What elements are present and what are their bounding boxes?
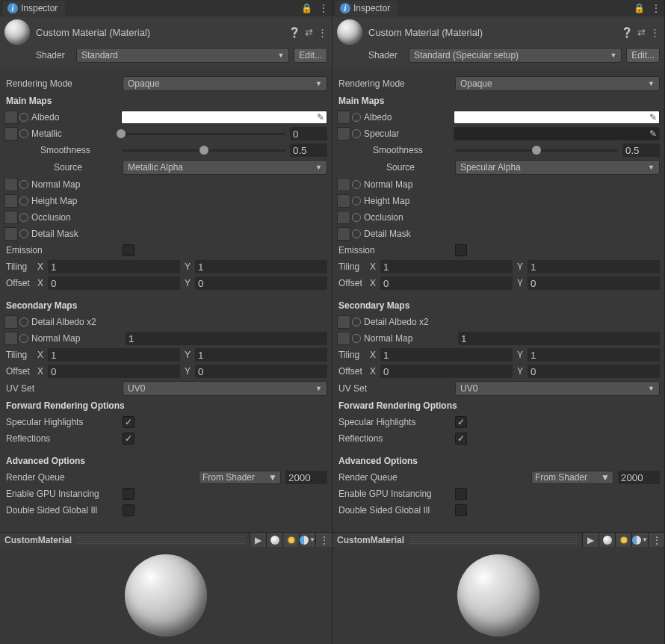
sec-offset-x-input[interactable]	[48, 365, 180, 378]
preview-play-button[interactable]: ▶	[582, 533, 598, 548]
rendering-mode-dropdown[interactable]: Opaque▼	[455, 76, 660, 91]
workflow-radio[interactable]	[19, 129, 28, 138]
smoothness-source-dropdown[interactable]: Metallic Alpha▼	[123, 160, 327, 175]
sec-offset-y-input[interactable]	[528, 365, 660, 378]
preview-menu-button[interactable]: ⋮	[315, 533, 332, 548]
normal-texture-slot[interactable]	[4, 178, 18, 191]
emission-checkbox[interactable]	[455, 244, 467, 256]
albedo-radio[interactable]	[19, 113, 28, 122]
shader-dropdown[interactable]: Standard ▼	[76, 48, 289, 63]
gpu-instancing-checkbox[interactable]	[455, 488, 467, 500]
albedo-color-field[interactable]: ✎	[121, 111, 327, 124]
sec-tiling-x-input[interactable]	[48, 348, 180, 362]
smoothness-source-dropdown[interactable]: Specular Alpha▼	[455, 160, 660, 175]
drag-handle-icon[interactable]	[76, 536, 245, 544]
double-sided-gi-checkbox[interactable]	[123, 504, 134, 516]
preview-light-button[interactable]	[282, 533, 299, 548]
occlusion-texture-slot[interactable]	[337, 211, 350, 224]
detail-albedo-radio[interactable]	[19, 318, 28, 326]
workflow-radio[interactable]	[352, 129, 361, 138]
tiling-y-input[interactable]	[195, 260, 327, 273]
smoothness-value[interactable]	[290, 143, 327, 157]
render-queue-dropdown[interactable]: From Shader▼	[531, 471, 613, 484]
height-radio[interactable]	[19, 196, 28, 205]
drag-handle-icon[interactable]	[409, 536, 578, 544]
detail-albedo-texture-slot[interactable]	[337, 315, 350, 329]
double-sided-gi-checkbox[interactable]	[455, 504, 467, 516]
tiling-y-input[interactable]	[528, 260, 660, 273]
offset-y-input[interactable]	[528, 276, 660, 290]
height-radio[interactable]	[352, 196, 361, 205]
render-queue-dropdown[interactable]: From Shader▼	[199, 471, 281, 484]
kebab-menu-icon[interactable]: ⋮	[318, 27, 327, 38]
detail-albedo-texture-slot[interactable]	[4, 315, 18, 329]
kebab-menu-icon[interactable]: ⋮	[318, 2, 329, 14]
tiling-x-input[interactable]	[48, 260, 180, 273]
sec-normal-value[interactable]	[126, 332, 327, 345]
sec-normal-texture-slot[interactable]	[4, 332, 18, 345]
preview-play-button[interactable]: ▶	[250, 533, 266, 548]
render-queue-value[interactable]	[285, 471, 327, 484]
lock-icon[interactable]: 🔒	[634, 3, 645, 13]
detailmask-texture-slot[interactable]	[337, 227, 350, 241]
sec-normal-value[interactable]	[458, 332, 660, 345]
detail-albedo-radio[interactable]	[352, 318, 361, 326]
preview-light-button[interactable]	[615, 533, 631, 548]
eyedropper-icon[interactable]: ✎	[649, 112, 657, 123]
detailmask-radio[interactable]	[352, 229, 361, 238]
workflow-texture-slot[interactable]	[4, 127, 18, 140]
normal-radio[interactable]	[19, 180, 28, 189]
help-icon[interactable]: ❔	[288, 27, 300, 38]
render-queue-value[interactable]	[618, 471, 660, 484]
sec-tiling-x-input[interactable]	[380, 348, 513, 362]
detailmask-radio[interactable]	[19, 229, 28, 238]
eyedropper-icon[interactable]: ✎	[649, 129, 657, 139]
specular-color-field[interactable]: ✎	[454, 127, 660, 140]
reflections-checkbox[interactable]	[123, 433, 134, 445]
preview-skybox-button[interactable]: ▼	[299, 533, 315, 548]
smoothness-slider[interactable]	[123, 143, 285, 157]
sec-tiling-y-input[interactable]	[195, 348, 327, 362]
albedo-texture-slot[interactable]	[337, 111, 350, 124]
metallic-value[interactable]	[290, 127, 327, 140]
inspector-tab[interactable]: i Inspector	[3, 1, 65, 16]
normal-radio[interactable]	[352, 180, 361, 189]
offset-x-input[interactable]	[48, 276, 180, 290]
preview-shape-button[interactable]	[598, 533, 615, 548]
albedo-color-field[interactable]: ✎	[454, 111, 660, 124]
sec-tiling-y-input[interactable]	[528, 348, 660, 362]
kebab-menu-icon[interactable]: ⋮	[651, 2, 661, 14]
sec-normal-radio[interactable]	[19, 334, 28, 343]
help-icon[interactable]: ❔	[621, 27, 633, 38]
smoothness-value[interactable]	[622, 143, 660, 157]
occlusion-texture-slot[interactable]	[4, 211, 18, 224]
albedo-radio[interactable]	[352, 113, 361, 122]
uvset-dropdown[interactable]: UV0▼	[455, 381, 660, 396]
albedo-texture-slot[interactable]	[4, 111, 18, 124]
kebab-menu-icon[interactable]: ⋮	[650, 27, 660, 38]
detailmask-texture-slot[interactable]	[4, 227, 18, 241]
sec-normal-radio[interactable]	[352, 334, 361, 343]
offset-x-input[interactable]	[380, 276, 513, 290]
specular-highlights-checkbox[interactable]	[455, 416, 467, 428]
edit-shader-button[interactable]: Edit...	[294, 48, 327, 63]
workflow-texture-slot[interactable]	[337, 127, 350, 140]
lock-icon[interactable]: 🔒	[301, 3, 312, 13]
preview-shape-button[interactable]	[266, 533, 282, 548]
specular-highlights-checkbox[interactable]	[123, 416, 134, 428]
occlusion-radio[interactable]	[352, 213, 361, 222]
offset-y-input[interactable]	[195, 276, 327, 290]
eyedropper-icon[interactable]: ✎	[317, 112, 324, 123]
sec-normal-texture-slot[interactable]	[337, 332, 350, 345]
preset-icon[interactable]: ⇄	[637, 27, 646, 38]
sec-offset-y-input[interactable]	[195, 365, 327, 378]
height-texture-slot[interactable]	[337, 194, 350, 208]
smoothness-slider[interactable]	[455, 143, 618, 157]
preset-icon[interactable]: ⇄	[305, 27, 313, 38]
uvset-dropdown[interactable]: UV0▼	[123, 381, 327, 396]
gpu-instancing-checkbox[interactable]	[123, 488, 134, 500]
shader-dropdown[interactable]: Standard (Specular setup) ▼	[409, 48, 622, 63]
normal-texture-slot[interactable]	[337, 178, 350, 191]
material-preview[interactable]	[0, 547, 332, 644]
emission-checkbox[interactable]	[123, 244, 134, 256]
